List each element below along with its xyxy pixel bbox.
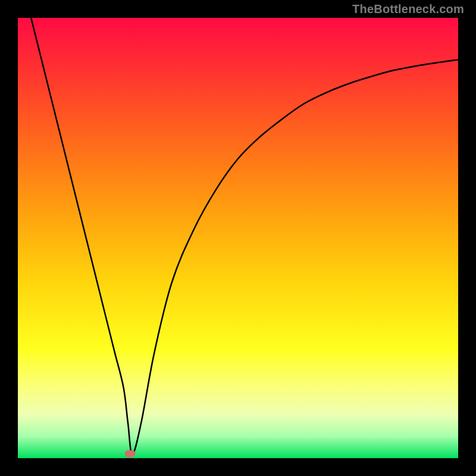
chart-svg bbox=[18, 18, 458, 458]
watermark-text: TheBottleneck.com bbox=[352, 2, 464, 16]
bottleneck-curve bbox=[31, 18, 458, 454]
optimum-marker-icon bbox=[125, 450, 136, 458]
chart-frame: TheBottleneck.com bbox=[0, 0, 476, 476]
plot-area bbox=[18, 18, 458, 458]
